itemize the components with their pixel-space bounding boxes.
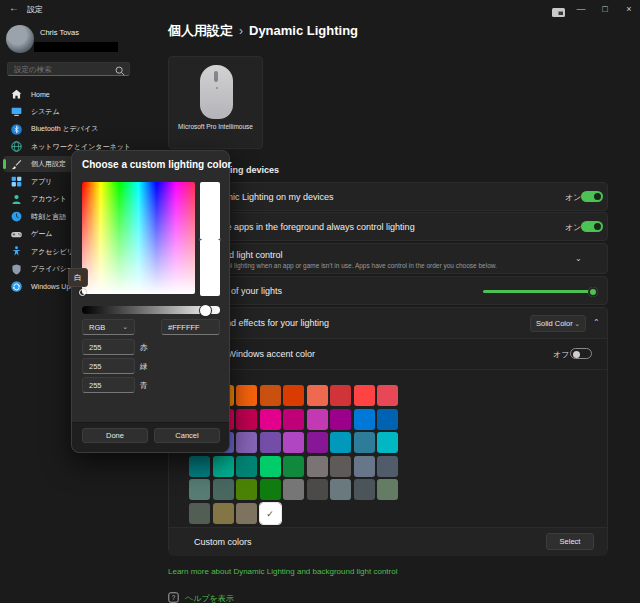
network-icon	[10, 140, 23, 153]
color-swatch[interactable]	[283, 479, 304, 500]
color-swatch[interactable]	[377, 432, 398, 453]
color-swatch[interactable]	[307, 479, 328, 500]
breadcrumb-parent[interactable]: 個人用設定	[168, 23, 233, 38]
color-model-chevron-icon: ⌄	[122, 323, 128, 331]
sidebar-item-bluetooth[interactable]: Bluetooth とデバイス	[3, 121, 157, 137]
color-swatch[interactable]	[377, 409, 398, 430]
color-model-dropdown[interactable]: RGB ⌄	[82, 319, 135, 335]
search-input[interactable]	[8, 65, 114, 74]
red-input[interactable]	[82, 339, 135, 355]
brightness-slider[interactable]	[483, 290, 595, 293]
sidebar-item-label: システム	[31, 107, 60, 117]
color-swatch[interactable]	[189, 479, 210, 500]
color-picker-dialog: Choose a custom lighting color ▸ ◂ RGB ⌄…	[71, 150, 230, 453]
sidebar-item-home[interactable]: Home	[3, 86, 157, 102]
color-swatch[interactable]	[260, 385, 281, 406]
search-box[interactable]	[7, 62, 130, 76]
color-swatch[interactable]	[236, 479, 257, 500]
color-swatch[interactable]	[260, 409, 281, 430]
color-swatch[interactable]	[354, 479, 375, 500]
avatar[interactable]	[6, 25, 34, 53]
color-swatch[interactable]	[307, 409, 328, 430]
minimize-button[interactable]: —	[568, 0, 594, 18]
sidebar-item-system[interactable]: システム	[3, 104, 157, 120]
use-lighting-row[interactable]: Use Dynamic Lighting on my devices オン	[168, 182, 608, 211]
accent-color-row[interactable]: Match my Windows accent color オフ	[169, 339, 607, 370]
color-swatch[interactable]	[189, 456, 210, 477]
color-swatch[interactable]	[330, 479, 351, 500]
effects-header-row[interactable]: Themes and effects for your lighting Sol…	[169, 308, 607, 338]
bluetooth-icon	[10, 123, 23, 136]
color-swatch[interactable]	[213, 479, 234, 500]
color-swatch[interactable]	[354, 385, 375, 406]
chevron-up-icon[interactable]: ⌃	[593, 318, 600, 327]
use-lighting-toggle[interactable]	[581, 191, 603, 202]
color-swatch[interactable]	[260, 479, 281, 500]
hex-input[interactable]	[161, 319, 220, 335]
maximize-button[interactable]: □	[592, 0, 618, 18]
screen-cast-icon[interactable]	[551, 4, 566, 15]
color-swatch[interactable]	[354, 409, 375, 430]
color-swatch[interactable]	[283, 409, 304, 430]
color-swatch[interactable]	[260, 432, 281, 453]
color-swatch[interactable]	[283, 385, 304, 406]
brightness-row[interactable]: Brightness of your lights	[168, 276, 608, 305]
color-swatch[interactable]	[377, 479, 398, 500]
time-language-icon	[10, 210, 23, 223]
color-swatch[interactable]	[330, 409, 351, 430]
accent-color-toggle[interactable]	[570, 348, 592, 359]
green-input[interactable]	[82, 358, 135, 374]
color-swatch[interactable]	[236, 385, 257, 406]
blue-input[interactable]	[82, 377, 135, 393]
cancel-button[interactable]: Cancel	[154, 428, 220, 443]
effects-dropdown[interactable]: Solid Color ⌄	[530, 315, 586, 332]
done-button[interactable]: Done	[82, 428, 148, 443]
background-control-row[interactable]: Background light control Let apps contro…	[168, 243, 608, 274]
value-bar-left-notch: ▸	[199, 235, 202, 242]
color-swatch[interactable]	[307, 432, 328, 453]
color-swatch[interactable]	[330, 432, 351, 453]
color-swatch[interactable]	[330, 385, 351, 406]
search-icon	[114, 63, 126, 75]
brightness-slider-handle[interactable]	[588, 287, 598, 297]
color-swatch[interactable]	[260, 456, 281, 477]
color-selection-ring[interactable]	[79, 289, 86, 296]
color-swatch[interactable]	[307, 385, 328, 406]
color-swatch[interactable]	[283, 456, 304, 477]
color-swatch[interactable]	[330, 456, 351, 477]
accounts-icon	[10, 193, 23, 206]
color-swatch[interactable]	[236, 409, 257, 430]
color-swatch[interactable]	[236, 503, 257, 524]
color-swatch[interactable]	[236, 432, 257, 453]
color-swatch[interactable]	[189, 503, 210, 524]
value-bar[interactable]: ▸ ◂	[200, 182, 220, 296]
help-icon: ?	[168, 589, 179, 603]
foreground-apps-toggle[interactable]	[581, 221, 603, 232]
color-swatch[interactable]	[354, 432, 375, 453]
color-swatch[interactable]	[236, 456, 257, 477]
close-button[interactable]: ×	[616, 0, 640, 18]
chevron-down-icon[interactable]: ⌄	[575, 254, 582, 263]
effects-card: Themes and effects for your lighting Sol…	[168, 307, 608, 553]
color-swatch[interactable]	[213, 456, 234, 477]
luminosity-handle[interactable]	[200, 305, 211, 316]
custom-colors-select-button[interactable]: Select	[546, 533, 594, 550]
help-link[interactable]: ヘルプを表示	[185, 593, 234, 603]
accent-color-state: オフ	[553, 349, 569, 360]
color-swatch[interactable]	[283, 432, 304, 453]
color-swatch[interactable]	[354, 456, 375, 477]
color-swatch[interactable]	[307, 456, 328, 477]
effects-expanded: Match my Windows accent color オフ ✓ Custo…	[169, 338, 607, 555]
learn-more-link[interactable]: Learn more about Dynamic Lighting and ba…	[168, 567, 397, 576]
color-swatch-selected[interactable]: ✓	[260, 503, 281, 524]
back-button[interactable]: ←	[9, 2, 19, 13]
accessibility-icon	[10, 245, 23, 258]
device-card[interactable]: Microsoft Pro Intellimouse	[168, 56, 263, 149]
help-row[interactable]: ? ヘルプを表示	[168, 589, 234, 603]
personalization-icon	[10, 158, 23, 171]
foreground-apps-row[interactable]: Compatible apps in the foreground always…	[168, 212, 608, 241]
color-swatch[interactable]	[213, 503, 234, 524]
saturation-gradient[interactable]	[82, 182, 195, 294]
color-swatch[interactable]	[377, 385, 398, 406]
color-swatch[interactable]	[377, 456, 398, 477]
